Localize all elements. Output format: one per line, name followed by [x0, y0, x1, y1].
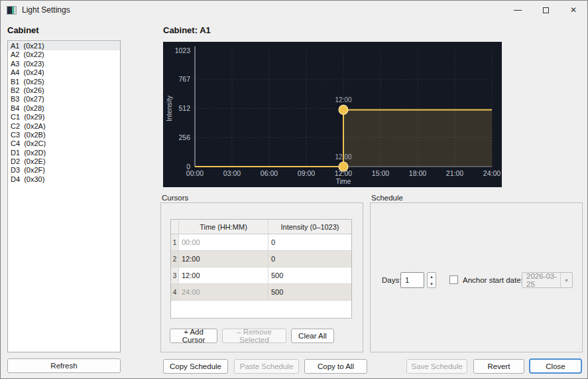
- table-row: 100:000: [171, 234, 351, 251]
- intensity-column-header: Intensity (0–1023): [268, 220, 351, 234]
- svg-text:03:00: 03:00: [223, 169, 241, 177]
- svg-text:12:00: 12:00: [335, 169, 352, 177]
- cabinet-list-item[interactable]: A4 (0x24): [8, 68, 120, 77]
- title-bar[interactable]: Light Settings: [1, 1, 587, 19]
- table-row: 312:00500: [171, 267, 351, 284]
- cursor-time-cell[interactable]: 24:00: [179, 284, 268, 300]
- copy-schedule-button[interactable]: Copy Schedule: [163, 359, 228, 374]
- cursor-intensity-cell[interactable]: 500: [268, 284, 351, 300]
- window-title: Light Settings: [22, 5, 70, 15]
- anchor-start-date-label: Anchor start date:: [463, 276, 523, 284]
- cursor-table[interactable]: Time (HH:MM) Intensity (0–1023) 100:0002…: [170, 219, 352, 319]
- close-window-button[interactable]: ✕: [559, 1, 587, 19]
- add-cursor-button[interactable]: + Add Cursor: [170, 329, 217, 343]
- cursors-group-label: Cursors: [162, 194, 188, 202]
- cabinet-list-item[interactable]: B1 (0x25): [8, 78, 120, 86]
- cabinet-list-item[interactable]: C2 (0x2A): [8, 122, 120, 131]
- svg-text:767: 767: [178, 75, 190, 83]
- table-row: 424:00500: [171, 284, 351, 301]
- row-number-header: [171, 220, 179, 234]
- cursor-intensity-cell[interactable]: 500: [268, 267, 351, 283]
- row-number[interactable]: 1: [171, 234, 179, 250]
- minimize-icon: —: [514, 5, 522, 15]
- revert-button[interactable]: Revert: [473, 359, 524, 374]
- svg-text:12:00: 12:00: [335, 153, 351, 161]
- svg-text:06:00: 06:00: [261, 169, 278, 177]
- intensity-chart[interactable]: 12:0012:000256512767102300:0003:0006:000…: [163, 42, 502, 187]
- cursor-table-body: 100:000212:000312:00500424:00500: [171, 234, 351, 301]
- svg-text:1023: 1023: [175, 46, 191, 54]
- svg-text:12:00: 12:00: [335, 96, 351, 104]
- minimize-button[interactable]: —: [504, 1, 532, 19]
- cursor-table-header: Time (HH:MM) Intensity (0–1023): [171, 220, 351, 234]
- svg-text:Intensity: Intensity: [165, 95, 173, 121]
- maximize-icon: [543, 7, 549, 13]
- spin-up-icon: ▲: [430, 275, 434, 279]
- cabinet-list-item[interactable]: A3 (0x23): [8, 60, 120, 68]
- time-column-header: Time (HH:MM): [179, 220, 268, 234]
- svg-text:Time: Time: [336, 177, 351, 185]
- cursor-time-cell[interactable]: 12:00: [179, 267, 268, 283]
- svg-text:24:00: 24:00: [483, 169, 500, 177]
- cabinet-heading: Cabinet: [7, 25, 39, 35]
- table-row: 212:000: [171, 251, 351, 267]
- cabinet-list-item[interactable]: D3 (0x2F): [8, 166, 120, 175]
- anchor-date-value: 2026-03-25: [522, 272, 560, 288]
- cursor-time-cell[interactable]: 12:00: [179, 251, 268, 267]
- schedule-group-label: Schedule: [371, 194, 403, 202]
- days-value: 1: [405, 276, 409, 284]
- cabinet-list-item[interactable]: C3 (0x2B): [8, 131, 120, 139]
- cabinet-list-item[interactable]: D1 (0x2D): [8, 149, 120, 157]
- cursor-intensity-cell[interactable]: 0: [268, 234, 351, 250]
- cabinet-list-item[interactable]: B2 (0x26): [8, 86, 120, 95]
- cabinet-list-item[interactable]: C1 (0x29): [8, 113, 120, 121]
- days-label: Days:: [382, 276, 401, 284]
- svg-text:15:00: 15:00: [372, 169, 389, 177]
- cabinet-list-item[interactable]: B3 (0x27): [8, 95, 120, 104]
- dropdown-arrow-icon: ▼: [560, 273, 572, 287]
- paste-schedule-button[interactable]: Paste Schedule: [234, 359, 299, 374]
- cursor-time-cell[interactable]: 00:00: [179, 234, 268, 250]
- svg-text:21:00: 21:00: [446, 169, 463, 177]
- cabinet-list-item[interactable]: B4 (0x28): [8, 104, 120, 113]
- anchor-start-date-checkbox[interactable]: [449, 275, 458, 284]
- remove-selected-button[interactable]: – Remove Selected: [222, 329, 286, 343]
- cabinet-list-item[interactable]: D2 (0x2E): [8, 157, 120, 166]
- cursor-marker[interactable]: [339, 105, 348, 114]
- svg-text:512: 512: [178, 104, 190, 112]
- cursor-intensity-cell[interactable]: 0: [268, 251, 351, 267]
- cabinet-list[interactable]: A1 (0x21)A2 (0x22)A3 (0x23)A4 (0x24)B1 (…: [7, 40, 121, 352]
- spin-down-icon: ▼: [430, 282, 434, 286]
- save-schedule-button[interactable]: Save Schedule: [406, 359, 467, 374]
- svg-text:00:00: 00:00: [186, 169, 204, 177]
- svg-text:256: 256: [178, 133, 190, 141]
- days-spin-down-button[interactable]: ▼: [428, 280, 436, 287]
- svg-text:09:00: 09:00: [298, 169, 315, 177]
- row-number[interactable]: 3: [171, 267, 179, 283]
- row-number[interactable]: 2: [171, 251, 179, 267]
- cabinet-list-item[interactable]: D4 (0x30): [8, 175, 120, 184]
- intensity-chart-svg[interactable]: 12:0012:000256512767102300:0003:0006:000…: [163, 42, 502, 187]
- app-icon: [7, 6, 17, 15]
- row-number[interactable]: 4: [171, 284, 179, 300]
- refresh-button[interactable]: Refresh: [7, 358, 121, 373]
- close-icon: ✕: [570, 5, 577, 15]
- days-spinner[interactable]: 1: [400, 272, 424, 288]
- anchor-date-picker[interactable]: 2026-03-25 ▼: [522, 272, 573, 288]
- svg-text:18:00: 18:00: [409, 169, 426, 177]
- clear-all-button[interactable]: Clear All: [291, 329, 334, 343]
- cabinet-list-item[interactable]: C4 (0x2C): [8, 139, 120, 148]
- close-button[interactable]: Close: [529, 358, 582, 374]
- maximize-button[interactable]: [532, 1, 559, 19]
- cabinet-list-item[interactable]: A2 (0x22): [8, 50, 120, 59]
- cabinet-list-item[interactable]: A1 (0x21): [8, 42, 120, 50]
- days-spin-up-button[interactable]: ▲: [428, 273, 436, 280]
- page-title: Cabinet: A1: [163, 25, 211, 35]
- copy-to-all-button[interactable]: Copy to All: [304, 359, 367, 374]
